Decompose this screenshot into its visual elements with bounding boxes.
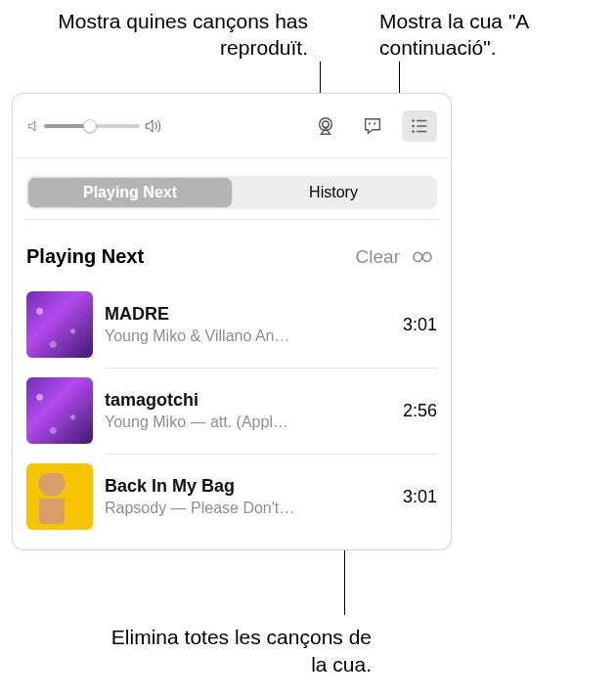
airplay-button[interactable] bbox=[308, 110, 343, 142]
album-art bbox=[26, 291, 93, 358]
lyrics-icon bbox=[362, 115, 383, 137]
lyrics-button[interactable] bbox=[355, 110, 390, 142]
callout-queue: Mostra la cua "A continuació". bbox=[379, 8, 575, 62]
song-duration: 2:56 bbox=[403, 401, 437, 421]
svg-point-1 bbox=[323, 120, 329, 126]
clear-button[interactable]: Clear bbox=[356, 246, 400, 268]
tab-playing-next[interactable]: Playing Next bbox=[28, 178, 232, 207]
svg-point-7 bbox=[412, 130, 415, 133]
song-info: MADREYoung Miko & Villano An… bbox=[105, 302, 391, 347]
album-art bbox=[26, 377, 93, 444]
song-row[interactable]: Back In My BagRapsody — Please Don't…3:0… bbox=[13, 454, 451, 540]
song-subtitle: Young Miko — att. (Appl… bbox=[105, 412, 391, 433]
song-row[interactable]: MADREYoung Miko & Villano An…3:01 bbox=[13, 282, 451, 368]
song-duration: 3:01 bbox=[403, 315, 437, 335]
callout-history: Mostra quines cançons has reproduït. bbox=[24, 8, 308, 62]
song-title: MADRE bbox=[105, 302, 391, 326]
album-art bbox=[26, 463, 93, 530]
queue-tabs: Playing Next History bbox=[26, 176, 437, 209]
svg-point-6 bbox=[412, 124, 415, 127]
autoplay-infinity-button[interactable] bbox=[408, 246, 437, 268]
song-subtitle: Young Miko & Villano An… bbox=[105, 326, 391, 347]
music-queue-panel: Playing Next History Playing Next Clear … bbox=[12, 93, 452, 550]
song-subtitle: Rapsody — Please Don't… bbox=[105, 498, 391, 519]
volume-slider[interactable] bbox=[26, 117, 161, 135]
volume-high-icon bbox=[144, 117, 161, 135]
song-info: tamagotchiYoung Miko — att. (Appl… bbox=[105, 388, 391, 433]
queue-button[interactable] bbox=[402, 110, 437, 142]
song-title: Back In My Bag bbox=[105, 474, 391, 498]
callout-clear: Elimina totes les cançons de la cua. bbox=[98, 624, 372, 677]
song-duration: 3:01 bbox=[403, 487, 437, 507]
queue-list-icon bbox=[409, 115, 430, 137]
song-info: Back In My BagRapsody — Please Don't… bbox=[105, 474, 391, 519]
volume-low-icon bbox=[26, 119, 40, 133]
airplay-icon bbox=[315, 115, 336, 137]
song-row[interactable]: tamagotchiYoung Miko — att. (Appl…2:56 bbox=[13, 368, 451, 454]
svg-point-5 bbox=[412, 119, 415, 122]
playback-controls-bar bbox=[13, 94, 451, 158]
song-title: tamagotchi bbox=[105, 388, 391, 412]
tab-history[interactable]: History bbox=[232, 178, 435, 207]
section-title: Playing Next bbox=[26, 245, 348, 268]
